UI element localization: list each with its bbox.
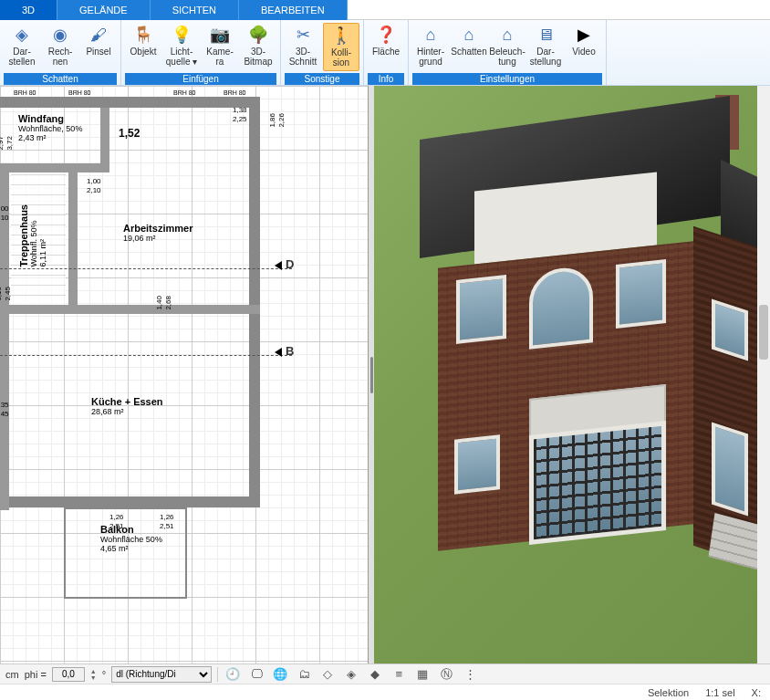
ribbon-group-schatten: ◈Dar- stellen ◉Rech- nen 🖌Pinsel Schatte… xyxy=(0,20,121,85)
ribbon: ◈Dar- stellen ◉Rech- nen 🖌Pinsel Schatte… xyxy=(0,20,770,86)
darstellung-button[interactable]: 🖥Dar- stellung xyxy=(527,23,564,71)
floor-plan[interactable]: BRH 80 BRH 80 BRH 80 BRH 80 BRH 80 BRH 1… xyxy=(0,86,368,663)
brush-icon: 🖌 xyxy=(88,25,109,45)
tab-strip: 3D GELÄNDE SICHTEN BEARBEITEN xyxy=(0,0,770,20)
tab-bearbeiten[interactable]: BEARBEITEN xyxy=(239,0,348,20)
screen-icon[interactable]: 🖵 xyxy=(247,665,265,684)
dimension: 2,51 xyxy=(109,522,124,530)
tree-icon: 🌳 xyxy=(248,25,268,45)
rechnen-button[interactable]: ◉Rech- nen xyxy=(42,23,78,71)
camera-icon: 📷 xyxy=(210,25,230,45)
tab-gelaende[interactable]: GELÄNDE xyxy=(57,0,151,20)
3d-view-pane[interactable] xyxy=(374,86,770,663)
brh-label: BRH 80 xyxy=(68,89,91,96)
3d-schnitt-button[interactable]: ✂3D- Schnitt xyxy=(285,23,321,71)
ribbon-group-title: Einstellungen xyxy=(412,73,602,85)
phi-input[interactable] xyxy=(52,667,85,682)
dimension: 1,52 xyxy=(119,127,140,140)
ribbon-group-title: Einfügen xyxy=(125,73,276,85)
dimension: 1,26 xyxy=(160,513,174,521)
dimension: 2,25 xyxy=(233,115,247,123)
ribbon-group-title: Info xyxy=(368,73,404,85)
dimension: 2,97 xyxy=(0,136,5,151)
room-label-treppenhaus: Treppenhaus Wohnfl. 50% 6,11 m² xyxy=(18,204,47,266)
lines-icon[interactable]: ≡ xyxy=(390,665,408,684)
dimension: 2,10 xyxy=(0,214,9,222)
dimension: 1,26 xyxy=(109,513,124,521)
video-button[interactable]: ▶Video xyxy=(566,23,602,71)
room-label-kueche: Küche + Essen 28,68 m² xyxy=(91,396,163,416)
status-bar: Selektion 1:1 sel X: xyxy=(0,684,770,700)
dimension: 2,45 xyxy=(0,410,9,418)
section-marker-b: B xyxy=(274,344,294,358)
schatten-setting-button[interactable]: ⌂Schatten xyxy=(451,23,487,71)
ribbon-group-einstellungen: ⌂Hinter- grund ⌂Schatten ⌂Beleuch- tung … xyxy=(409,20,607,85)
dl-dropdown[interactable]: dl (Richtung/Di xyxy=(111,666,212,683)
dimension: 1,40 xyxy=(155,296,163,310)
monitor-icon: 🖥 xyxy=(536,25,556,45)
objekt-button[interactable]: 🪑Objekt xyxy=(125,23,161,71)
3d-bitmap-button[interactable]: 🌳3D- Bitmap xyxy=(240,23,276,71)
stepper-down[interactable]: ▼ xyxy=(90,674,97,681)
dimension: 1,00 xyxy=(0,204,9,213)
globe-icon[interactable]: 🌐 xyxy=(271,665,289,684)
tab-3d[interactable]: 3D xyxy=(0,0,57,20)
kollision-button[interactable]: 🚶Kolli- sion xyxy=(323,23,359,71)
lichtquelle-button[interactable]: 💡Licht- quelle ▾ xyxy=(163,23,200,71)
house-3d xyxy=(411,118,757,574)
house-icon: ⌂ xyxy=(421,25,441,45)
grid-icon[interactable]: ▦ xyxy=(413,665,432,684)
kamera-button[interactable]: 📷Kame- ra xyxy=(202,23,238,71)
ribbon-group-info: ❓Fläche Info xyxy=(364,20,409,85)
play-icon: ▶ xyxy=(574,25,594,45)
dimension: 2,45 xyxy=(4,287,12,301)
ribbon-group-sonstige: ✂3D- Schnitt 🚶Kolli- sion Sonstige xyxy=(281,20,364,85)
hintergrund-button[interactable]: ⌂Hinter- grund xyxy=(412,23,449,71)
scrollbar-vertical[interactable] xyxy=(757,86,770,663)
ribbon-group-title: Sonstige xyxy=(285,73,359,85)
dimension: 1,86 xyxy=(268,113,276,128)
dimension: 1,38 xyxy=(233,106,247,114)
flaeche-button[interactable]: ❓Fläche xyxy=(368,23,404,71)
pinsel-button[interactable]: 🖌Pinsel xyxy=(80,23,117,71)
dimension: 2,10 xyxy=(87,186,101,194)
house-icon: ⌂ xyxy=(459,25,479,45)
layers-icon[interactable]: 🗂 xyxy=(295,665,313,684)
dimension: 0,10 xyxy=(0,287,3,301)
north-icon[interactable]: Ⓝ xyxy=(437,665,455,684)
snap1-icon[interactable]: ◇ xyxy=(318,665,337,684)
house-icon: ⌂ xyxy=(497,25,517,45)
status-selektion: Selektion xyxy=(648,687,689,698)
dimension: 2,68 xyxy=(164,296,172,310)
ribbon-group-einfuegen: 🪑Objekt 💡Licht- quelle ▾ 📷Kame- ra 🌳3D- … xyxy=(121,20,281,85)
dimension: 3,72 xyxy=(5,136,14,151)
dimension: 1,00 xyxy=(87,177,101,185)
dimension: 2,51 xyxy=(160,522,174,530)
tab-sichten[interactable]: SICHTEN xyxy=(151,0,239,20)
clock-icon[interactable]: 🕘 xyxy=(224,665,242,684)
deg-label: ° xyxy=(102,669,106,680)
scissors-icon: ✂ xyxy=(293,25,313,45)
cube-solid-icon: ◉ xyxy=(50,25,70,45)
beleuchtung-button[interactable]: ⌂Beleuch- tung xyxy=(489,23,525,71)
stepper-up[interactable]: ▲ xyxy=(90,668,97,674)
workspace: BRH 80 BRH 80 BRH 80 BRH 80 BRH 80 BRH 1… xyxy=(0,86,770,663)
snap3-icon[interactable]: ◆ xyxy=(366,665,384,684)
status-scale: 1:1 sel xyxy=(705,687,734,698)
darstellen-button[interactable]: ◈Dar- stellen xyxy=(4,23,40,71)
room-label-windfang: Windfang Wohnfläche, 50% 2,43 m² xyxy=(18,113,82,142)
chair-icon: 🪑 xyxy=(133,25,153,45)
more-icon[interactable]: ⋮ xyxy=(461,665,479,684)
unit-label: cm xyxy=(5,669,19,680)
question-icon: ❓ xyxy=(376,25,396,45)
brh-label: BRH 80 xyxy=(173,89,196,96)
status-x: X: xyxy=(752,687,761,698)
snap2-icon[interactable]: ◈ xyxy=(342,665,360,684)
section-marker-d: D xyxy=(274,257,294,271)
bulb-icon: 💡 xyxy=(172,25,192,45)
person-icon: 🚶 xyxy=(331,26,351,46)
dimension: 1,35 xyxy=(0,401,9,409)
plan-view-pane[interactable]: BRH 80 BRH 80 BRH 80 BRH 80 BRH 80 BRH 1… xyxy=(0,86,369,663)
dimension: 2,26 xyxy=(277,113,286,128)
cube-outline-icon: ◈ xyxy=(12,25,32,45)
